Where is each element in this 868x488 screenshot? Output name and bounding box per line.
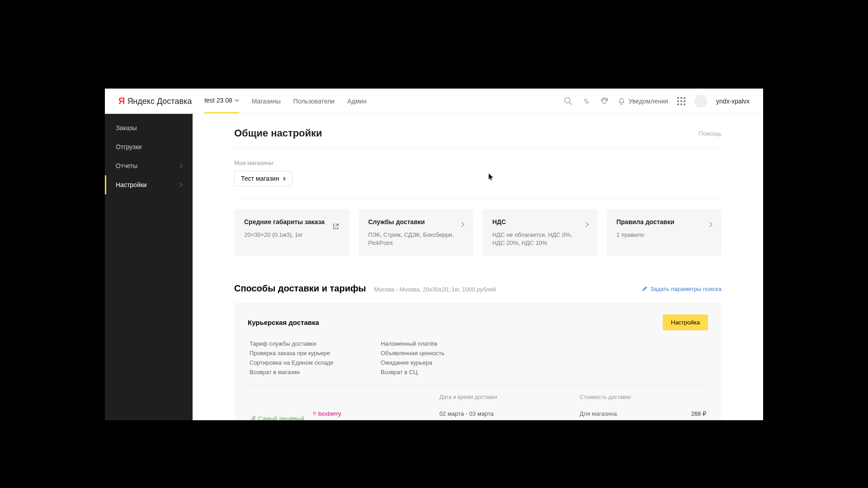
apps-menu-icon[interactable]: [677, 97, 685, 105]
link-label: Задать параметры поиска: [650, 286, 722, 292]
option-item: Проверка заказа при курьере: [250, 350, 376, 357]
card-subtitle: 1 правило: [617, 231, 704, 239]
page-title: Общие настройки: [234, 127, 322, 139]
help-link[interactable]: Помощь: [699, 130, 722, 137]
tariffs-section-title: Способы доставки и тарифы: [234, 283, 366, 294]
account-name: test 23 08: [204, 97, 232, 104]
card-vat[interactable]: НДС НДС не облагается, НДС 0%, НДС 20%, …: [482, 209, 598, 256]
sidebar-item-label: Заказы: [116, 124, 137, 131]
top-header: Я Яндекс Доставка test 23 08 Магазины По…: [105, 89, 763, 114]
sidebar-item-label: Настройки: [116, 181, 147, 188]
logo-icon: Я: [118, 96, 125, 106]
option-item: Сортировка на Едином складе: [250, 359, 376, 366]
main-content: Общие настройки Помощь Мои магазины Тест…: [193, 114, 763, 420]
table-row: ↓₽ Самый дешёвый ⠿ boxberry Боксберри: [248, 406, 708, 420]
cost-buyer-label: Для покупателя: [580, 420, 689, 420]
notifications-label: Уведомления: [629, 98, 669, 105]
cheapest-badge: ↓₽ Самый дешёвый: [250, 410, 313, 420]
card-title: Правила доставки: [617, 218, 704, 225]
set-search-params-link[interactable]: Задать параметры поиска: [642, 286, 722, 292]
boxberry-icon: ⠿: [313, 411, 316, 416]
card-subtitle: НДС не облагается, НДС 0%, НДС 20%, НДС …: [492, 231, 580, 247]
option-item: Наложенный платёж: [381, 340, 507, 347]
table-header-date: Дата и время доставки: [439, 394, 580, 400]
carrier-name: Боксберри: [313, 420, 439, 420]
card-title: Средние габариты заказа: [244, 218, 328, 225]
shop-selector[interactable]: Тест магазин: [234, 171, 292, 186]
chevron-right-icon: [583, 222, 588, 227]
sidebar-item-orders[interactable]: Заказы: [105, 118, 193, 137]
bell-icon: [618, 98, 625, 105]
cheapest-label: Самый дешёвый: [258, 415, 304, 420]
option-item: Тариф службы доставки: [250, 340, 376, 347]
refresh-icon[interactable]: [600, 97, 609, 106]
shop-selected-value: Тест магазин: [241, 175, 279, 182]
nav-shops[interactable]: Магазины: [252, 98, 281, 105]
logo[interactable]: Я Яндекс Доставка: [118, 96, 192, 106]
option-item: Ожидание курьера: [381, 359, 507, 366]
sidebar-item-label: Отгрузки: [116, 143, 142, 150]
delivery-time: 10:00 - 22:00: [439, 420, 580, 420]
carrier-brand: boxberry: [318, 410, 341, 417]
shops-section-label: Мои магазины: [234, 160, 722, 166]
account-dropdown[interactable]: test 23 08: [204, 90, 239, 113]
logo-service: Доставка: [157, 97, 192, 106]
link-icon[interactable]: [582, 97, 591, 106]
chevron-right-icon: [707, 222, 712, 227]
option-item: Объявленная ценность: [381, 350, 507, 357]
pencil-icon: [642, 286, 647, 291]
card-delivery-services[interactable]: Службы доставки ПЭК, Стриж, СДЭК, Боксбе…: [359, 209, 474, 256]
courier-delivery-block: Курьерская доставка Настройка Тариф служ…: [234, 303, 722, 420]
table-header-cost: Стоимость доставки: [580, 394, 706, 400]
username: yndx-xpalvx: [716, 98, 750, 105]
notifications-button[interactable]: Уведомления: [618, 98, 669, 105]
avatar[interactable]: [694, 95, 707, 108]
cost-shop-value: 268 ₽: [691, 410, 706, 417]
external-link-icon: [332, 223, 340, 230]
sidebar-item-reports[interactable]: Отчеты: [105, 156, 193, 175]
card-delivery-rules[interactable]: Правила доставки 1 правило: [607, 209, 722, 256]
divider: [234, 200, 722, 200]
carrier-logo: ⠿ boxberry: [313, 410, 439, 417]
card-title: НДС: [492, 218, 580, 225]
delivery-block-title: Курьерская доставка: [248, 319, 319, 326]
tariffs-section-params: Москва - Москва, 20x30x20, 1кг, 1000 руб…: [374, 286, 496, 293]
card-dimensions[interactable]: Средние габариты заказа 20×30×20 (0.1м3)…: [234, 209, 349, 256]
chevron-right-icon: [459, 222, 464, 227]
search-icon[interactable]: [564, 97, 573, 106]
option-item: Возврат в СЦ: [381, 369, 507, 375]
sidebar: Заказы Отгрузки Отчеты Настройки: [105, 114, 193, 420]
card-subtitle: 20×30×20 (0.1м3), 1кг: [244, 231, 328, 239]
option-item: Возврат в магазин: [250, 369, 376, 375]
chevron-right-icon: [177, 163, 182, 168]
logo-brand: Яндекс: [127, 97, 155, 106]
card-title: Службы доставки: [368, 218, 456, 225]
sidebar-item-shipments[interactable]: Отгрузки: [105, 137, 193, 156]
delivery-date: 02 марта - 03 марта: [439, 410, 580, 417]
nav-admin[interactable]: Админ: [347, 98, 367, 105]
cost-buyer-value: 0 ₽: [691, 420, 706, 420]
svg-point-0: [565, 98, 570, 103]
chevron-right-icon: [177, 182, 182, 187]
arrow-down-icon: ↓₽: [250, 415, 256, 420]
card-subtitle: ПЭК, Стриж, СДЭК, Боксберри, PickPoint: [368, 231, 456, 247]
sort-arrows-icon: [283, 177, 286, 181]
sidebar-item-settings[interactable]: Настройки: [105, 175, 193, 194]
sidebar-item-label: Отчеты: [116, 162, 137, 169]
chevron-down-icon: [235, 99, 239, 102]
svg-line-1: [570, 103, 572, 105]
cost-shop-label: Для магазина: [580, 410, 689, 417]
settings-button[interactable]: Настройка: [663, 314, 708, 330]
nav-users[interactable]: Пользователи: [293, 98, 335, 105]
